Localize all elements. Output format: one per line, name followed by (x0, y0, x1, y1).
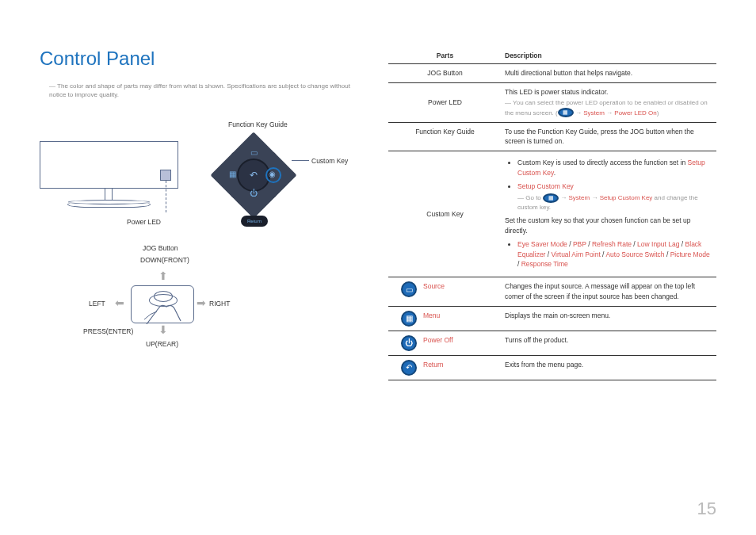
arrow-up-icon: ⬆ (158, 269, 168, 282)
pled-line1: This LED is power status indicator. (505, 88, 608, 96)
dash-icon: ― (49, 82, 57, 90)
disclaimer-text: ― The color and shape of parts may diffe… (40, 82, 357, 99)
cell-fkg-name: Function Key Guide (388, 122, 502, 151)
custom-b2: Setup Custom Key ― Go to ▦ → System → Se… (517, 182, 713, 213)
row-power-off: ⏻Power Off Turns off the product. (388, 331, 716, 355)
row-custom: Custom Key Custom Key is used to directl… (388, 151, 716, 277)
arrow-right-icon: ➡ (197, 296, 206, 309)
monitor-outline (40, 141, 178, 189)
custom-note: ― Go to ▦ → System → Setup Custom Key an… (517, 193, 713, 212)
label-jog: JOG Button (143, 244, 178, 252)
menu-glyph-icon: ▦ (229, 170, 236, 178)
label-fkg: Function Key Guide (228, 120, 288, 128)
function-key-guide-graphic: ↶ ▭ ▦ ⏻ ◉ Return (218, 143, 289, 214)
row-return: ↶Return Exits from the menu page. (388, 355, 716, 380)
cell-jog-name: JOG Button (388, 64, 502, 83)
parts-table: Parts Description JOG Button Multi direc… (388, 48, 716, 380)
power-icon: ⏻ (401, 335, 417, 351)
cell-pled-name: Power LED (388, 82, 502, 122)
row-fkg: Function Key Guide To use the Function K… (388, 122, 716, 151)
menu-row-icon: ▦ (401, 311, 417, 327)
label-left: LEFT (89, 300, 105, 308)
power-led-box (160, 170, 171, 181)
monitor-stand-base (67, 201, 151, 208)
table-header-row: Parts Description (388, 48, 716, 64)
cell-pled-desc: This LED is power status indicator. ― Yo… (502, 82, 716, 122)
menu-icon: ▦ (543, 193, 559, 203)
label-down-front: DOWN(FRONT) (140, 256, 189, 264)
custom-glyph-icon: ◉ (269, 170, 276, 178)
label-power-led: Power LED (127, 218, 161, 226)
cell-source-desc: Changes the input source. A message will… (502, 277, 716, 307)
th-parts: Parts (388, 48, 502, 64)
label-right: RIGHT (209, 300, 230, 308)
power-led-leader (166, 181, 166, 212)
menu-icon: ▦ (558, 108, 574, 117)
source-icon: ▭ (401, 281, 417, 297)
cell-fkg-desc: To use the Function Key Guide, press the… (502, 122, 716, 151)
cell-source-name: ▭Source (388, 277, 502, 307)
row-source: ▭Source Changes the input source. A mess… (388, 277, 716, 307)
cell-power-off-desc: Turns off the product. (502, 331, 716, 355)
arrow-left-icon: ⬅ (115, 296, 124, 309)
arrow-down-icon: ⬇ (158, 323, 168, 336)
power-glyph-icon: ⏻ (250, 189, 258, 197)
return-icon: ↶ (401, 360, 417, 376)
row-menu: ▦Menu Displays the main on-screen menu. (388, 306, 716, 331)
source-glyph-icon: ▭ (250, 148, 258, 157)
page-number: 15 (697, 499, 716, 519)
custom-mid: Set the custom key so that your chosen f… (505, 216, 713, 236)
label-up-rear: UP(REAR) (146, 340, 178, 348)
cell-custom-name: Custom Key (388, 151, 502, 277)
row-jog: JOG Button Multi directional button that… (388, 64, 716, 83)
cell-menu-desc: Displays the main on-screen menu. (502, 306, 716, 331)
pled-note: ― You can select the power LED operation… (505, 99, 708, 117)
custom-b1: Custom Key is used to directly access th… (517, 158, 713, 178)
row-power-led: Power LED This LED is power status indic… (388, 82, 716, 122)
page-title: Control Panel (40, 48, 357, 70)
return-pill: Return (241, 216, 268, 227)
cell-return-desc: Exits from the menu page. (502, 355, 716, 380)
cell-return-name: ↶Return (388, 355, 502, 380)
hand-icon (143, 302, 182, 324)
custom-opts: Eye Saver Mode / PBP / Refresh Rate / Lo… (517, 239, 713, 269)
label-press-enter: PRESS(ENTER) (83, 327, 133, 335)
label-custom-key: Custom Key (311, 157, 348, 165)
cell-menu-name: ▦Menu (388, 306, 502, 331)
cell-jog-desc: Multi directional button that helps navi… (502, 64, 716, 83)
th-desc: Description (502, 48, 716, 64)
jog-box (131, 285, 194, 323)
disclaimer-body: The color and shape of parts may differ … (49, 82, 350, 98)
custom-key-leader (292, 160, 309, 161)
diagram: Function Key Guide Power LED ↶ ▭ ▦ ⏻ ◉ R… (40, 111, 341, 396)
cell-custom-desc: Custom Key is used to directly access th… (502, 151, 716, 277)
cell-power-off-name: ⏻Power Off (388, 331, 502, 355)
